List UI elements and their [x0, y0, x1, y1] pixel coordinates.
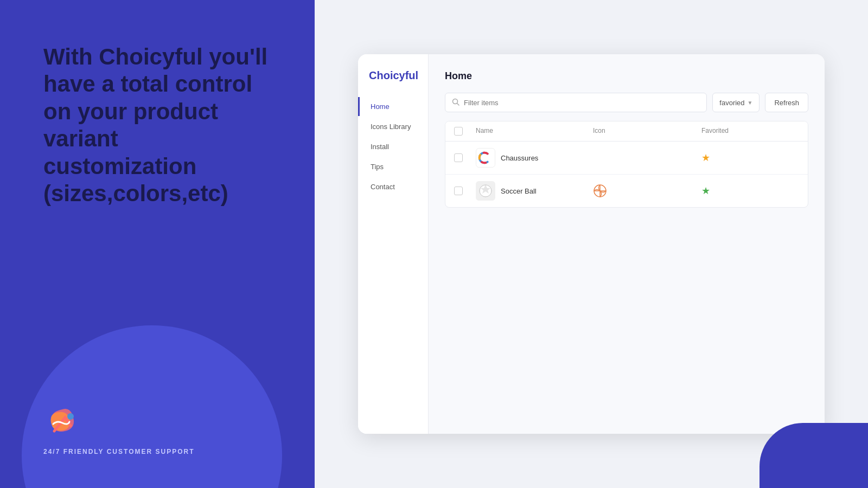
support-text: 24/7 FRIENDLY CUSTOMER SUPPORT — [43, 448, 195, 455]
chevron-down-icon: ▼ — [748, 100, 753, 106]
sidebar-logo: Choicyful — [358, 69, 428, 97]
refresh-button[interactable]: Refresh — [765, 93, 808, 112]
right-panel: Choicyful Home Icons Library Install Tip… — [315, 0, 868, 488]
svg-line-2 — [457, 103, 459, 105]
basketball-icon — [593, 184, 607, 198]
star-favorited-icon[interactable]: ★ — [701, 152, 710, 164]
sidebar: Choicyful Home Icons Library Install Tip… — [358, 54, 429, 434]
filter-button[interactable]: favoried ▼ — [712, 93, 760, 112]
header-checkbox-cell — [454, 127, 476, 136]
items-table: Name Icon Favorited — [445, 121, 808, 208]
sidebar-item-contact[interactable]: Contact — [358, 177, 428, 196]
row-checkbox[interactable] — [454, 153, 463, 162]
icon-cell — [593, 184, 701, 198]
sidebar-item-icons-library[interactable]: Icons Library — [358, 117, 428, 136]
search-box — [445, 93, 707, 112]
header-icon: Icon — [593, 127, 701, 136]
item-thumbnail — [476, 181, 495, 201]
header-favorited: Favorited — [701, 127, 799, 136]
table-row: Soccer Ball ★ — [445, 175, 808, 207]
filter-label: favoried — [719, 99, 744, 107]
favorited-cell: ★ — [701, 152, 799, 164]
favorited-cell: ★ — [701, 185, 799, 197]
svg-point-0 — [67, 413, 74, 420]
brand-logo-icon — [43, 401, 81, 439]
item-name-cell: Chaussures — [476, 148, 593, 168]
search-input[interactable] — [464, 99, 700, 107]
row-checkbox[interactable] — [454, 187, 463, 195]
search-icon — [452, 98, 459, 107]
row-checkbox-cell — [454, 187, 476, 195]
sidebar-item-home[interactable]: Home — [358, 97, 428, 116]
table-header: Name Icon Favorited — [445, 121, 808, 142]
app-window: Choicyful Home Icons Library Install Tip… — [358, 54, 825, 434]
left-panel: With Choicyful you'll have a total contr… — [0, 0, 315, 488]
star-favorited-icon[interactable]: ★ — [701, 185, 710, 197]
sidebar-nav: Home Icons Library Install Tips Contact — [358, 97, 428, 196]
select-all-checkbox[interactable] — [454, 127, 463, 136]
header-name: Name — [476, 127, 593, 136]
row-checkbox-cell — [454, 153, 476, 162]
toolbar: favoried ▼ Refresh — [445, 93, 808, 112]
item-thumbnail — [476, 148, 495, 168]
item-name-cell: Soccer Ball — [476, 181, 593, 201]
table-row: Chaussures ★ — [445, 142, 808, 175]
main-content: Home favoried ▼ Refresh — [429, 54, 825, 434]
item-name: Chaussures — [501, 154, 538, 162]
headline: With Choicyful you'll have a total contr… — [0, 0, 315, 207]
page-title: Home — [445, 70, 808, 82]
sidebar-item-install[interactable]: Install — [358, 137, 428, 156]
item-name: Soccer Ball — [501, 187, 537, 195]
sidebar-item-tips[interactable]: Tips — [358, 157, 428, 176]
bottom-section: 24/7 FRIENDLY CUSTOMER SUPPORT — [43, 401, 195, 455]
decorative-bottom-shape — [760, 423, 868, 488]
